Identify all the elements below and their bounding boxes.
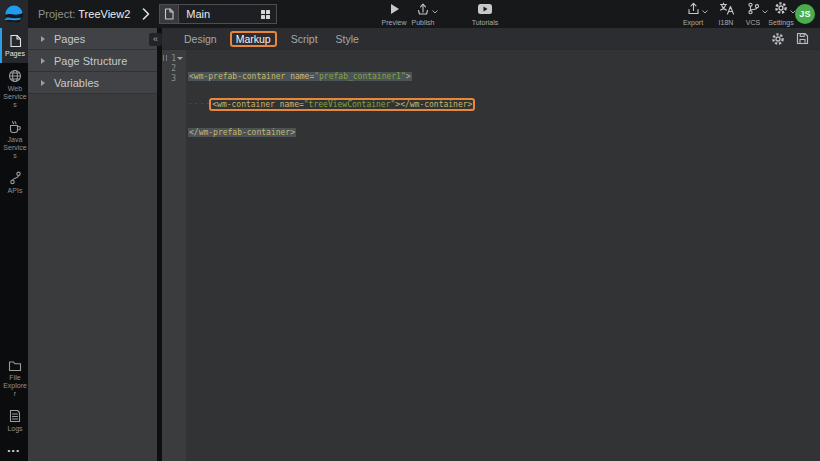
play-icon xyxy=(389,2,400,15)
gutter-line-2[interactable]: 2 xyxy=(162,63,186,73)
log-file-icon xyxy=(9,409,21,423)
i18n-button[interactable]: I18N xyxy=(711,2,741,26)
globe-icon xyxy=(8,69,22,83)
tutorials-button[interactable]: Tutorials xyxy=(464,2,506,26)
sidebar-item-logs[interactable]: Logs xyxy=(0,403,28,438)
closing-tag: </wm-prefab-container> xyxy=(189,128,295,137)
project-name: TreeView2 xyxy=(78,8,130,20)
tag-open: <wm-prefab-container xyxy=(189,72,285,81)
git-branch-icon xyxy=(747,2,760,15)
sidebar-item-web-services[interactable]: Web Services xyxy=(0,63,28,114)
coffee-cup-icon xyxy=(8,120,22,134)
code-content[interactable]: <wm-prefab-container name="prefab_contai… xyxy=(186,50,820,461)
tab-script[interactable]: Script xyxy=(286,31,323,47)
gear-icon xyxy=(774,2,788,15)
chevron-right-icon[interactable] xyxy=(142,8,150,20)
code-line-2[interactable]: ····<wm-container name="treeViewContaine… xyxy=(186,99,820,109)
panel-section-label: Pages xyxy=(54,33,85,45)
panel-section-variables[interactable]: Variables xyxy=(28,72,157,94)
main-area: Pages Web Services Java Services APIs Fi… xyxy=(0,28,820,461)
sidebar-item-label: Pages xyxy=(2,50,28,58)
annotation-highlight-box: <wm-container name="treeViewContainer"><… xyxy=(211,100,473,109)
export-label: Export xyxy=(683,19,703,26)
panel-section-label: Page Structure xyxy=(54,55,127,67)
panel-divider[interactable] xyxy=(157,28,162,461)
panel-section-label: Variables xyxy=(54,77,99,89)
gutter-line-1[interactable]: 1 xyxy=(162,53,186,63)
publish-label: Publish xyxy=(412,19,435,26)
sidebar-item-pages[interactable]: Pages xyxy=(0,28,28,63)
video-play-icon xyxy=(477,2,493,15)
change-marker-icon xyxy=(163,55,167,61)
project-breadcrumb: Project:TreeView2 xyxy=(38,8,130,20)
line-number: 2 xyxy=(162,64,176,73)
code-line-3[interactable]: </wm-prefab-container> xyxy=(186,127,820,137)
wavemaker-logo-icon xyxy=(4,4,24,24)
left-nav-bar: Pages Web Services Java Services APIs Fi… xyxy=(0,28,28,461)
translate-icon xyxy=(719,2,734,15)
tag-close: > xyxy=(406,72,411,81)
pages-icon xyxy=(9,34,22,48)
app-logo[interactable] xyxy=(0,0,28,28)
collapsed-arrow-icon xyxy=(41,58,45,64)
line-number-gutter: 1 2 3 xyxy=(162,50,186,461)
top-bar: Project:TreeView2 Main Preview Publish T… xyxy=(0,0,820,28)
page-doc-icon xyxy=(160,5,179,23)
panel-section-page-structure[interactable]: Page Structure xyxy=(28,50,157,72)
sidebar-item-apis[interactable]: APIs xyxy=(0,165,28,200)
collapsed-arrow-icon xyxy=(41,36,45,42)
code-line-1[interactable]: <wm-prefab-container name="prefab_contai… xyxy=(186,71,820,81)
editor-settings-button[interactable] xyxy=(770,31,786,47)
vcs-label: VCS xyxy=(746,19,760,26)
gutter-line-3[interactable]: 3 xyxy=(162,73,186,83)
active-page-tab[interactable]: Main xyxy=(159,4,277,24)
editor-toolbar: Design Markup Script Style xyxy=(162,28,820,50)
export-button[interactable]: Export xyxy=(675,2,711,26)
collapsed-arrow-icon xyxy=(41,80,45,86)
panel-section-pages[interactable]: Pages xyxy=(28,28,157,50)
settings-label: Settings xyxy=(768,19,793,26)
sidebar-item-label: Logs xyxy=(2,425,28,433)
page-switcher-grid-icon[interactable] xyxy=(261,10,270,19)
more-options-ellipsis[interactable]: ••• xyxy=(0,438,28,461)
code-editor[interactable]: 1 2 3 <wm-prefab-container name="prefab_… xyxy=(162,50,820,461)
line-number: 3 xyxy=(162,74,176,83)
sidebar-item-label: File Explorer xyxy=(2,374,28,398)
tab-style[interactable]: Style xyxy=(331,31,364,47)
floppy-save-icon xyxy=(796,32,809,45)
folder-icon xyxy=(8,360,22,372)
editor-area: Design Markup Script Style 1 2 xyxy=(162,28,820,461)
fold-arrow-icon xyxy=(177,57,183,60)
attr-value: "treeViewContainer" xyxy=(304,100,396,109)
user-avatar[interactable]: JS xyxy=(795,4,815,24)
attr-name: name= xyxy=(275,100,304,109)
settings-button[interactable]: Settings xyxy=(763,2,799,26)
indent-whitespace-dots: ···· xyxy=(188,100,211,109)
fold-toggle[interactable] xyxy=(176,57,184,60)
panel-collapse-button[interactable]: « xyxy=(149,33,162,46)
upload-icon xyxy=(416,2,430,15)
sidebar-item-label: APIs xyxy=(2,187,28,195)
publish-button[interactable]: Publish xyxy=(405,2,441,26)
save-button[interactable] xyxy=(794,31,810,47)
nav-spacer xyxy=(0,200,28,353)
i18n-label: I18N xyxy=(719,19,734,26)
api-connector-icon xyxy=(9,171,22,185)
chevron-down-icon xyxy=(702,10,708,14)
preview-label: Preview xyxy=(382,19,407,26)
export-icon xyxy=(687,2,700,15)
explorer-panel: Pages Page Structure Variables « xyxy=(28,28,157,461)
attr-value: "prefab_container1" xyxy=(314,72,406,81)
sidebar-item-label: Java Services xyxy=(2,136,28,160)
tutorials-label: Tutorials xyxy=(472,19,499,26)
tag-open: <wm-container xyxy=(212,100,275,109)
sidebar-item-file-explorer[interactable]: File Explorer xyxy=(0,354,28,403)
tab-markup[interactable]: Markup xyxy=(230,31,277,47)
project-label: Project: xyxy=(38,8,75,20)
attr-name: name= xyxy=(285,72,314,81)
sidebar-item-java-services[interactable]: Java Services xyxy=(0,114,28,165)
page-tab-label: Main xyxy=(186,8,261,20)
tag-close: ></wm-container> xyxy=(395,100,472,109)
chevron-down-icon xyxy=(432,10,438,14)
tab-design[interactable]: Design xyxy=(179,31,222,47)
